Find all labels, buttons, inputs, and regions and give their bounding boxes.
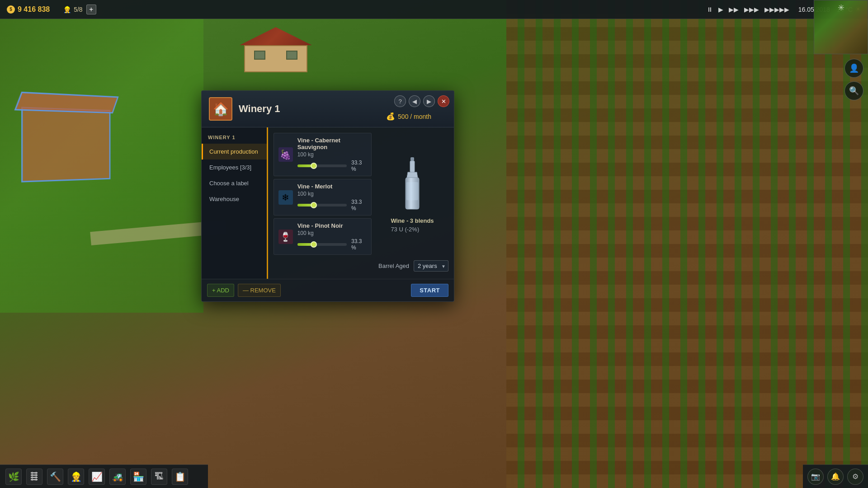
ingredients-list: 🍇 Vine - Cabernet Sauvignon 100 kg 33.3 …	[274, 133, 372, 255]
slider-row: 33.3 %	[297, 160, 367, 172]
dialog-body: WINERY 1 Current production Employees [3…	[202, 127, 454, 279]
compass-icon: ✳	[838, 3, 844, 13]
right-toolbar: 👤 🔍	[844, 59, 863, 100]
dialog-nav: WINERY 1 Current production Employees [3…	[202, 127, 268, 279]
add-ingredient-button[interactable]: + ADD	[207, 284, 234, 297]
help-button[interactable]: ?	[394, 95, 406, 107]
coin-icon: $	[7, 5, 15, 14]
bottom-toolbar: 🌿 🛤 🔨 👷 📈 🚜 🏪 🏗 📋	[0, 465, 208, 488]
ingredient-amount: 100 kg	[297, 151, 367, 158]
dialog-header: 🏠 Winery 1 ? ◀ ▶ ✕ 💰 500 / month	[202, 91, 454, 127]
top-hud: $ 9 416 838 👷 5/8 + ⏸ ▶ ▶▶ ▶▶▶ ▶▶▶▶▶ 16.…	[0, 0, 868, 19]
fast-button[interactable]: ▶▶	[729, 6, 739, 13]
vine-strips	[506, 0, 868, 488]
time-controls: ⏸ ▶ ▶▶ ▶▶▶ ▶▶▶▶▶	[707, 6, 789, 13]
ingredient-slider[interactable]	[297, 204, 347, 206]
blue-outline-building	[23, 108, 127, 199]
road-tool-button[interactable]: 🛤	[26, 469, 42, 485]
wine-output-value: 73 U (-2%)	[391, 226, 434, 233]
farm-building	[240, 27, 312, 72]
pause-button[interactable]: ⏸	[707, 6, 713, 13]
play-button[interactable]: ▶	[718, 6, 723, 13]
wine-bottle-icon	[401, 155, 424, 214]
ingredient-name: Vine - Pinot Noir	[297, 222, 367, 229]
nav-next-button[interactable]: ▶	[423, 95, 435, 107]
nav-item-choose-label[interactable]: Choose a label	[202, 175, 267, 191]
dialog-controls: ? ◀ ▶ ✕	[394, 95, 449, 107]
barrel-select-wrapper: 1 year 2 years 3 years 4 years 5 years	[414, 260, 448, 272]
slider-row: 33.3 %	[297, 238, 367, 251]
slider-thumb	[311, 202, 317, 208]
monthly-cost: 💰 500 / month	[386, 112, 431, 121]
ingredient-info: Vine - Merlot 100 kg 33.3 %	[297, 183, 367, 211]
ingredient-slider[interactable]	[297, 164, 347, 167]
ingredient-amount: 100 kg	[297, 191, 367, 197]
wine-info: Wine - 3 blends 73 U (-2%)	[391, 217, 434, 233]
remove-ingredient-button[interactable]: — REMOVE	[238, 284, 281, 297]
worker-tool-button[interactable]: 👷	[68, 469, 84, 485]
money-display: $ 9 416 838	[7, 5, 50, 14]
dialog-title: Winery 1	[239, 103, 280, 115]
nav-prev-button[interactable]: ◀	[409, 95, 420, 107]
barrel-aged-label: Barrel Aged	[378, 263, 409, 269]
ingredient-info: Vine - Cabernet Sauvignon 100 kg 33.3 %	[297, 137, 367, 172]
ingredient-row: 🍇 Vine - Cabernet Sauvignon 100 kg 33.3 …	[274, 133, 372, 176]
dialog-footer: + ADD — REMOVE START	[202, 279, 454, 301]
ingredient-amount: 100 kg	[297, 230, 367, 236]
svg-rect-3	[406, 182, 418, 200]
building-icon: 🏠	[209, 97, 232, 121]
worker-icon: 👷	[63, 6, 71, 13]
faster-button[interactable]: ▶▶▶	[744, 6, 759, 13]
svg-rect-0	[410, 157, 414, 161]
footer-buttons-left: + ADD — REMOVE	[207, 284, 281, 297]
nav-item-warehouse[interactable]: Warehouse	[202, 191, 267, 207]
money-amount: 9 416 838	[18, 5, 50, 14]
pinot-icon: 🍷	[278, 230, 293, 244]
vehicle-tool-button[interactable]: 🚜	[109, 469, 126, 485]
nav-item-current-production[interactable]: Current production	[202, 144, 267, 160]
ingredient-name: Vine - Merlot	[297, 183, 367, 190]
ingredient-info: Vine - Pinot Noir 100 kg 33.3 %	[297, 222, 367, 251]
svg-rect-1	[410, 161, 415, 172]
production-area: 🍇 Vine - Cabernet Sauvignon 100 kg 33.3 …	[274, 133, 448, 255]
close-button[interactable]: ✕	[438, 95, 449, 107]
dialog-content: 🍇 Vine - Cabernet Sauvignon 100 kg 33.3 …	[268, 127, 454, 279]
winery-dialog: 🏠 Winery 1 ? ◀ ▶ ✕ 💰 500 / month WINERY …	[201, 90, 454, 302]
build-tool-button[interactable]: 🔨	[47, 469, 63, 485]
terrain-tool-button[interactable]: 🌿	[5, 469, 22, 485]
start-button[interactable]: START	[411, 284, 448, 297]
merlot-icon: ❄	[278, 190, 293, 205]
cabernet-icon: 🍇	[278, 147, 293, 162]
fastest-button[interactable]: ▶▶▶▶▶	[764, 6, 789, 13]
ingredient-row: 🍷 Vine - Pinot Noir 100 kg 33.3 %	[274, 218, 372, 255]
screenshot-button[interactable]: 📷	[807, 469, 824, 485]
ingredient-name: Vine - Cabernet Sauvignon	[297, 137, 367, 150]
report-tool-button[interactable]: 📋	[172, 469, 188, 485]
worker-count: 5/8	[74, 6, 82, 13]
settings-button[interactable]: ⚙	[847, 469, 863, 485]
person-icon-btn[interactable]: 👤	[844, 59, 863, 78]
barrel-row: Barrel Aged 1 year 2 years 3 years 4 yea…	[274, 258, 448, 273]
bottom-right-toolbar: 📷 🔔 ⚙	[803, 465, 868, 488]
nav-header: WINERY 1	[202, 131, 267, 144]
slider-row: 33.3 %	[297, 199, 367, 211]
nav-item-employees[interactable]: Employees [3/3]	[202, 160, 267, 175]
add-worker-button[interactable]: +	[86, 5, 96, 14]
ingredient-slider[interactable]	[297, 243, 347, 246]
ingredient-pct: 33.3 %	[351, 160, 367, 172]
ingredient-pct: 33.3 %	[351, 199, 367, 211]
silo-tool-button[interactable]: 🏗	[151, 469, 167, 485]
slider-thumb	[311, 163, 317, 169]
wine-output-name: Wine - 3 blends	[391, 217, 434, 224]
output-panel: Wine - 3 blends 73 U (-2%)	[376, 133, 448, 255]
workers-display: 👷 5/8	[63, 6, 82, 13]
minimap[interactable]: ✳	[814, 0, 868, 54]
zoom-icon-btn[interactable]: 🔍	[844, 81, 863, 100]
barrel-aged-select[interactable]: 1 year 2 years 3 years 4 years 5 years	[414, 260, 448, 272]
ingredient-row: ❄ Vine - Merlot 100 kg 33.3 %	[274, 179, 372, 216]
ingredient-pct: 33.3 %	[351, 238, 367, 251]
slider-thumb	[311, 241, 317, 248]
shop-tool-button[interactable]: 🏪	[130, 469, 146, 485]
chart-tool-button[interactable]: 📈	[89, 469, 105, 485]
notification-button[interactable]: 🔔	[827, 469, 844, 485]
